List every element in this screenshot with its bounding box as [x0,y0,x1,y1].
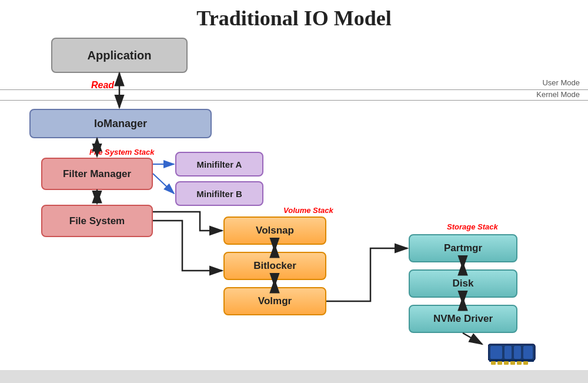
svg-rect-17 [514,346,521,359]
page-title: Traditional IO Model [0,0,588,31]
disk-box: Disk [409,269,517,298]
iomanager-box: IoManager [29,109,212,138]
diagram-container: Traditional IO Model User Mode Kernel Mo… [0,0,588,383]
svg-rect-24 [517,361,522,365]
volume-stack-label: Volume Stack [283,206,333,215]
file-system-stack-label: File System Stack [89,148,155,156]
svg-rect-20 [491,361,496,365]
minifilter-b-box: Minifilter B [175,181,263,206]
storage-stack-label: Storage Stack [447,222,498,231]
user-mode-label: User Mode [542,78,580,87]
bottom-bar [0,370,588,383]
file-system-box: File System [41,205,153,237]
svg-rect-23 [510,361,515,365]
bitlocker-box: Bitlocker [223,252,326,280]
nvme-drive-icon [488,339,538,366]
volsnap-box: Volsnap [223,217,326,245]
filter-manager-box: Filter Manager [41,158,153,190]
svg-rect-22 [504,361,509,365]
nvme-box: NVMe Driver [409,305,517,333]
kernel-mode-label: Kernel Mode [536,90,580,99]
svg-rect-15 [490,346,502,359]
user-mode-line [0,89,588,90]
kernel-mode-line [0,100,588,101]
partmgr-box: Partmgr [409,234,517,262]
svg-rect-25 [523,361,528,365]
svg-rect-16 [505,346,512,359]
svg-line-13 [463,333,482,344]
minifilter-a-box: Minifilter A [175,152,263,176]
svg-line-7 [153,174,174,194]
svg-rect-18 [523,346,533,359]
application-box: Application [51,38,188,73]
svg-rect-21 [497,361,502,365]
read-label: Read [91,80,114,91]
volmgr-box: Volmgr [223,287,326,315]
